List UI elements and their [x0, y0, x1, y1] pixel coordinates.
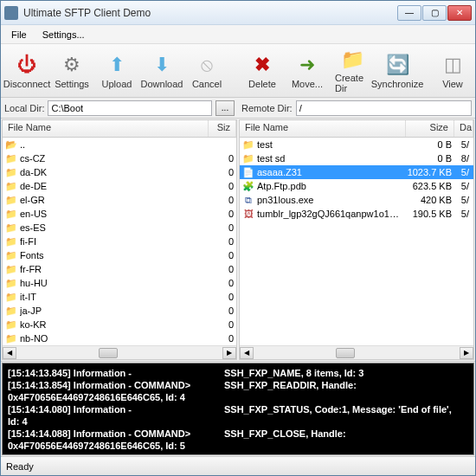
- file-name: de-DE: [20, 181, 206, 191]
- col-name[interactable]: File Name: [3, 120, 209, 137]
- list-item[interactable]: 📁test sd0 B8/: [240, 151, 473, 165]
- file-name: Atp.Ftp.pdb: [257, 181, 403, 191]
- local-dir-input[interactable]: [48, 100, 212, 116]
- remote-file-list[interactable]: 📁test0 B5/📁test sd0 B8/📄asaaa.Z311023.7 …: [240, 138, 473, 345]
- minimize-button[interactable]: —: [397, 5, 421, 21]
- list-item[interactable]: 📁ja-JP0: [3, 304, 236, 318]
- remote-dir-section: Remote Dir:: [238, 100, 475, 116]
- folder-icon: 📁: [5, 208, 17, 220]
- window-title: Ultimate SFTP Client Demo: [23, 7, 397, 19]
- list-item[interactable]: 📁fi-FI0: [3, 235, 236, 248]
- folder-icon: 📁: [5, 305, 17, 317]
- upload-icon: ⬆: [104, 52, 130, 78]
- file-name: fi-FI: [20, 236, 206, 247]
- folder-icon: 📁: [5, 263, 17, 275]
- col-date[interactable]: Da: [454, 120, 473, 137]
- list-item[interactable]: 📁el-GR0: [3, 193, 236, 207]
- file-date: 5/: [452, 209, 471, 219]
- file-name: da-DK: [20, 167, 206, 177]
- list-item[interactable]: 📁en-US0: [3, 207, 236, 221]
- file-size: 0: [206, 181, 234, 191]
- delete-button[interactable]: ✖Delete: [241, 47, 283, 95]
- list-item[interactable]: 📂..: [3, 138, 236, 151]
- file-size: 0 B: [403, 139, 452, 150]
- file-size: 0: [206, 333, 234, 344]
- log-console[interactable]: [15:14:13.845] Information -SSH_FXP_NAME…: [2, 363, 474, 455]
- up-folder-icon: 📂: [5, 138, 17, 151]
- disconnect-button[interactable]: ⏻Disconnect: [6, 47, 48, 95]
- dir-bar: Local Dir: ... Remote Dir:: [1, 98, 475, 119]
- folder-icon: 📁: [242, 138, 254, 151]
- file-size: 0: [206, 250, 234, 261]
- move-button[interactable]: ➜Move...: [286, 47, 328, 95]
- file-date: 8/: [452, 153, 471, 164]
- cancel-button[interactable]: ⦸Cancel: [186, 47, 228, 95]
- folder-icon: 📁: [5, 318, 17, 331]
- maximize-button[interactable]: ▢: [422, 5, 447, 21]
- local-dir-label: Local Dir:: [4, 103, 44, 113]
- list-item[interactable]: 📄asaaa.Z311023.7 KB5/: [240, 165, 473, 179]
- settings-button[interactable]: ⚙Settings: [51, 47, 93, 95]
- list-item[interactable]: 📁fr-FR0: [3, 262, 236, 276]
- file-size: 0: [206, 306, 234, 316]
- close-button[interactable]: ✕: [447, 5, 472, 21]
- folder-icon: 📁: [5, 166, 17, 178]
- file-size: 420 KB: [403, 195, 452, 205]
- list-item[interactable]: 📁it-IT0: [3, 290, 236, 304]
- list-item[interactable]: 📁test0 B5/: [240, 138, 473, 151]
- remote-dir-input[interactable]: [296, 100, 472, 116]
- file-size: 0: [206, 236, 234, 247]
- local-hscroll[interactable]: ◀▶: [3, 345, 236, 359]
- file-size: 1023.7 KB: [403, 167, 452, 177]
- list-item[interactable]: 🖼tumblr_lgp32gQJ661qanpw1o1_5...190.5 KB…: [240, 207, 473, 221]
- file-icon: 📄: [242, 166, 254, 178]
- pdb-file-icon: 🧩: [242, 180, 254, 192]
- titlebar[interactable]: Ultimate SFTP Client Demo — ▢ ✕: [1, 1, 475, 25]
- file-name: cs-CZ: [20, 153, 206, 164]
- folder-icon: 📁: [5, 249, 17, 261]
- file-name: tumblr_lgp32gQJ661qanpw1o1_5...: [257, 209, 403, 219]
- folder-icon: 📁: [5, 180, 17, 192]
- file-name: it-IT: [20, 292, 206, 302]
- list-item[interactable]: 📁nb-NO0: [3, 331, 236, 345]
- view-button[interactable]: ◫View: [432, 47, 473, 95]
- list-item[interactable]: 📁Fonts0: [3, 248, 236, 262]
- menu-file[interactable]: File: [4, 28, 34, 42]
- move-icon: ➜: [294, 52, 320, 78]
- exe-file-icon: ⧉: [242, 194, 254, 206]
- file-size: 0: [206, 195, 234, 205]
- list-item[interactable]: 📁hu-HU0: [3, 276, 236, 290]
- browse-local-button[interactable]: ...: [215, 100, 235, 116]
- file-date: 5/: [452, 195, 471, 205]
- menu-settings[interactable]: Settings...: [35, 28, 92, 42]
- app-icon: [4, 6, 18, 20]
- remote-hscroll[interactable]: ◀▶: [240, 345, 473, 359]
- list-item[interactable]: 📁ko-KR0: [3, 318, 236, 331]
- file-size: 623.5 KB: [403, 181, 452, 191]
- list-item[interactable]: 📁da-DK0: [3, 165, 236, 179]
- synchronize-button[interactable]: 🔄Synchronize: [376, 47, 418, 95]
- folder-icon: 📁: [5, 194, 17, 206]
- file-name: nb-NO: [20, 333, 206, 344]
- menubar: File Settings...: [1, 25, 475, 44]
- file-name: ja-JP: [20, 306, 206, 316]
- download-button[interactable]: ⬇Download: [141, 47, 183, 95]
- upload-button[interactable]: ⬆Upload: [96, 47, 138, 95]
- col-size[interactable]: Size: [406, 120, 454, 137]
- file-size: 0: [206, 222, 234, 233]
- list-item[interactable]: 🧩Atp.Ftp.pdb623.5 KB5/: [240, 179, 473, 193]
- window-controls: — ▢ ✕: [397, 5, 472, 21]
- list-item[interactable]: 📁cs-CZ0: [3, 151, 236, 165]
- createdir-button[interactable]: 📁Create Dir: [331, 47, 373, 95]
- list-item[interactable]: 📁de-DE0: [3, 179, 236, 193]
- list-item[interactable]: ⧉pn31lous.exe420 KB5/: [240, 193, 473, 207]
- remote-pane: File Name Size Da 📁test0 B5/📁test sd0 B8…: [239, 119, 474, 360]
- list-item[interactable]: 📁es-ES0: [3, 221, 236, 235]
- file-name: Fonts: [20, 250, 206, 261]
- col-name[interactable]: File Name: [240, 120, 406, 137]
- col-size[interactable]: Siz: [209, 120, 236, 137]
- file-name: es-ES: [20, 222, 206, 233]
- app-window: Ultimate SFTP Client Demo — ▢ ✕ File Set…: [0, 0, 476, 476]
- file-size: 0: [206, 264, 234, 274]
- local-file-list[interactable]: 📂..📁cs-CZ0📁da-DK0📁de-DE0📁el-GR0📁en-US0📁e…: [3, 138, 236, 345]
